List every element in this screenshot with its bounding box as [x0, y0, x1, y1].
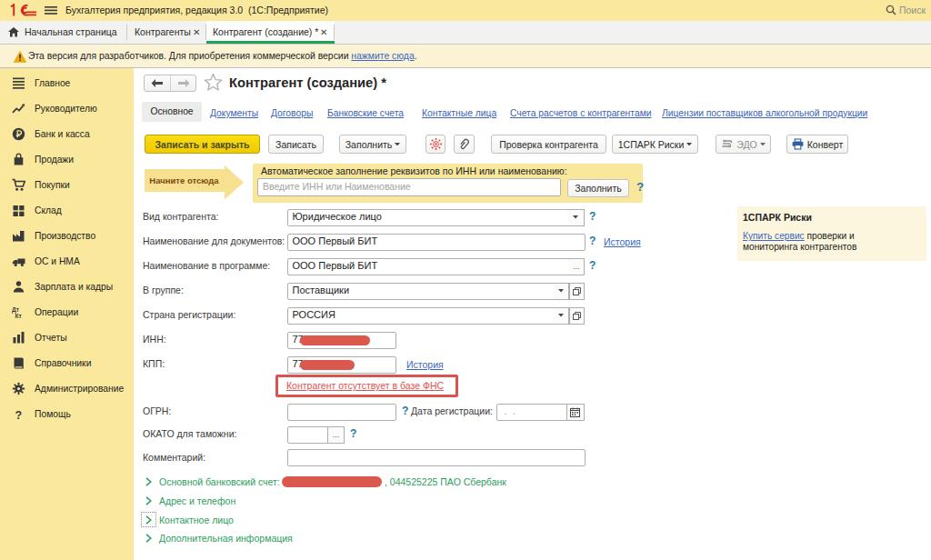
svg-text:?: ?: [15, 408, 23, 421]
svg-text:Кт: Кт: [15, 313, 22, 319]
